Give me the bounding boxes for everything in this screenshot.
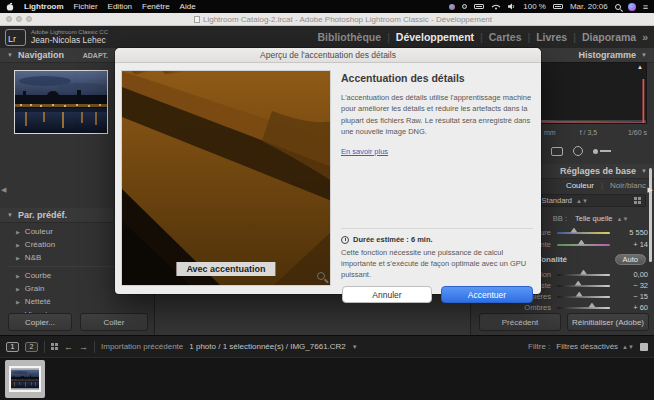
module-overflow-chevron[interactable]: » xyxy=(642,31,648,43)
menu-app-name[interactable]: Lightroom xyxy=(24,2,64,11)
magnifier-icon[interactable] xyxy=(317,272,325,280)
menu-edition[interactable]: Edition xyxy=(108,2,132,11)
slider-thumb[interactable] xyxy=(588,303,595,308)
paste-button[interactable]: Coller xyxy=(80,313,148,331)
collapse-triangle-icon[interactable]: ▼ xyxy=(7,212,13,218)
auto-tone-button[interactable]: Auto xyxy=(615,254,646,265)
user-name-line: Jean-Nicolas Lehec xyxy=(31,36,108,45)
lr-logo: Lr xyxy=(5,29,26,46)
previous-button[interactable]: Précédent xyxy=(479,313,561,331)
selection-info[interactable]: 1 photo / 1 sélectionnée(s) / IMG_7661.C… xyxy=(189,342,346,351)
battery-icon-2[interactable] xyxy=(553,4,563,9)
collapse-triangle-icon[interactable]: ▼ xyxy=(7,52,13,58)
clock-icon xyxy=(341,236,349,244)
minimize-window-icon[interactable] xyxy=(16,16,22,22)
clock-text[interactable]: Mar. 20:06 xyxy=(570,2,608,11)
status-app-icon[interactable] xyxy=(449,4,455,10)
filter-toggle[interactable] xyxy=(640,343,648,351)
collapse-triangle-icon[interactable]: ▼ xyxy=(641,52,647,58)
lightroom-app-window: Lightroom Fichier Edition Fenêtre Aide 1… xyxy=(0,0,654,400)
slider-thumb[interactable] xyxy=(570,228,577,233)
slider-ombres[interactable]: Ombres + 60 xyxy=(471,302,654,313)
window-titlebar: Lightroom Catalog-2.lrcat - Adobe Photos… xyxy=(0,13,654,26)
slider-thumb[interactable] xyxy=(576,292,583,297)
masking-tool-icon[interactable] xyxy=(593,147,611,155)
right-panel-collapse-icon[interactable]: ▶ xyxy=(648,186,653,194)
close-window-icon[interactable] xyxy=(6,16,12,22)
enhance-button[interactable]: Accentuer xyxy=(441,286,533,303)
tab-couleur[interactable]: Couleur xyxy=(566,181,594,190)
wb-value[interactable]: Telle quelle xyxy=(575,214,613,223)
filter-dropdown[interactable]: Filtres désactivés ▲▼ xyxy=(556,342,634,351)
window-controls[interactable] xyxy=(6,16,32,22)
slider-thumb[interactable] xyxy=(575,281,582,286)
siri-icon[interactable] xyxy=(628,3,636,11)
battery-icon[interactable] xyxy=(474,4,484,9)
second-window-button[interactable]: 2 xyxy=(25,342,38,352)
document-icon xyxy=(194,16,200,23)
module-livres[interactable]: Livres xyxy=(536,31,567,43)
filmstrip-toolbar: 1 2 ← → Importation précédente 1 photo /… xyxy=(0,335,654,357)
module-developpement[interactable]: Développement xyxy=(396,31,474,43)
window-title: Lightroom Catalog-2.lrcat - Adobe Photos… xyxy=(32,15,654,24)
menu-aide[interactable]: Aide xyxy=(180,2,196,11)
reset-button[interactable]: Réinitialiser (Adobe) xyxy=(567,313,649,331)
identity-plate: Lr Adobe Lightroom Classic CC Jean-Nicol… xyxy=(0,26,654,48)
profile-browser-icon[interactable] xyxy=(634,197,641,204)
zoom-mode-adapt[interactable]: ADAPT. xyxy=(83,52,108,59)
wifi-icon[interactable] xyxy=(491,3,501,10)
copy-button[interactable]: Copier... xyxy=(8,313,72,331)
macos-menubar: Lightroom Fichier Edition Fenêtre Aide 1… xyxy=(0,0,654,13)
go-back-icon[interactable]: ← xyxy=(64,342,73,352)
search-icon[interactable] xyxy=(615,4,621,10)
cancel-button[interactable]: Annuler xyxy=(342,286,432,303)
tab-noir-blanc[interactable]: Noir/blanc xyxy=(610,181,646,190)
collapse-triangle-icon[interactable]: ▼ xyxy=(641,168,647,174)
preset-nettete[interactable]: ▶Netteté xyxy=(0,295,154,308)
redeye-tool-icon[interactable] xyxy=(573,146,583,156)
module-bibliotheque[interactable]: Bibliothèque xyxy=(318,31,382,43)
module-picker: Bibliothèque| Développement| Cartes| Liv… xyxy=(318,31,648,43)
estimated-time: Durée estimée : 6 min. xyxy=(341,235,533,244)
dialog-title[interactable]: Aperçu de l'accentuation des détails xyxy=(115,48,541,63)
go-forward-icon[interactable]: → xyxy=(79,342,88,352)
battery-percent: 100 % xyxy=(523,2,546,11)
presets-header[interactable]: ▼ Par. prédéf. xyxy=(0,208,113,223)
module-diaporama[interactable]: Diaporama xyxy=(582,31,636,43)
slider-thumb[interactable] xyxy=(580,270,587,275)
enhance-details-dialog: Aperçu de l'accentuation des détails xyxy=(115,48,541,294)
crop-tool-icon[interactable] xyxy=(551,147,563,156)
status-circle-icon[interactable] xyxy=(462,4,467,9)
left-panel-collapse-icon[interactable]: ◀ xyxy=(1,186,6,194)
menu-fenetre[interactable]: Fenêtre xyxy=(142,2,170,11)
notification-center-icon[interactable]: ≡ xyxy=(643,2,648,12)
filmstrip xyxy=(0,357,654,400)
navigator-thumbnail[interactable] xyxy=(14,70,108,134)
dialog-heading: Accentuation des détails xyxy=(341,72,533,84)
selection-dropdown-icon[interactable]: ▼ xyxy=(352,344,358,350)
filter-label: Filtre : xyxy=(528,342,550,351)
highlight-clipping-icon[interactable]: ▲ xyxy=(637,64,643,70)
slider-thumb[interactable] xyxy=(578,240,585,245)
source-label[interactable]: Importation précédente xyxy=(101,342,183,351)
grid-view-icon[interactable] xyxy=(51,343,58,350)
enhance-preview-image[interactable]: Avec accentuation xyxy=(121,70,331,286)
menu-fichier[interactable]: Fichier xyxy=(74,2,98,11)
module-cartes[interactable]: Cartes xyxy=(489,31,522,43)
apple-icon[interactable] xyxy=(6,2,14,11)
preview-state-label: Avec accentuation xyxy=(176,262,275,276)
volume-icon[interactable] xyxy=(508,3,516,10)
dialog-description: L'accentuation des détails utilise l'app… xyxy=(341,92,533,137)
gold-fan-artwork xyxy=(122,71,331,286)
learn-more-link[interactable]: En savoir plus xyxy=(341,147,388,156)
main-window-button[interactable]: 1 xyxy=(6,342,19,352)
panel-scrollbar[interactable] xyxy=(649,168,652,262)
gpu-note: Cette fonction nécessite une puissance d… xyxy=(341,248,533,281)
filmstrip-selected-thumbnail[interactable] xyxy=(5,360,45,398)
